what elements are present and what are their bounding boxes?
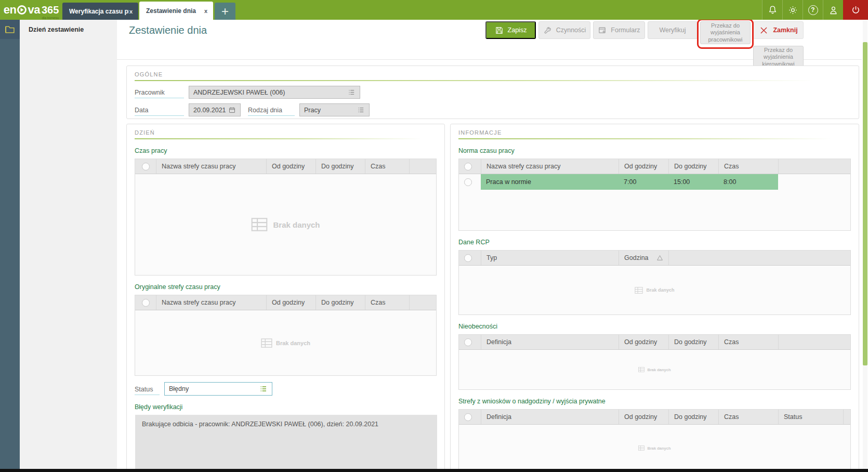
forward-to-manager-label: Przekaz do wyjaśnienia kierownikowi [755,47,801,68]
wrench-icon [543,26,552,35]
logo-text: en [4,3,17,17]
pracownik-value: ANDRZEJEWSKI PAWEŁ (006) [193,89,348,96]
empty-state: Brak danych [135,310,436,375]
forward-to-employee-label: Przekaz do wyjaśnienia pracownikowi [702,22,748,43]
select-all-radio[interactable] [459,251,481,265]
column-header[interactable]: Nazwa strefy czasu pracy [156,159,266,174]
column-header[interactable]: Od godziny [266,159,315,174]
select-all-radio[interactable] [459,335,481,349]
nieobecnosci-label: Nieobecności [458,323,851,330]
tab-label: Zestawienie dnia [146,7,204,15]
dane-rcp-table: Typ Godzina Brak danych [458,250,851,315]
notifications-button[interactable] [762,0,782,20]
form-button[interactable]: Formularz [593,21,645,39]
tab-zestawienie-dnia[interactable]: Zestawienie dnia x [139,2,213,20]
column-header-empty [409,295,436,310]
column-header[interactable]: Do godziny [668,335,718,349]
top-bar: en va 365 dla biznesu Weryfikacja czasu … [0,0,868,20]
empty-state: Brak danych [459,425,850,469]
section-rule [458,138,851,139]
table-row-praca-w-normie[interactable]: Praca w normie 7:00 15:00 8:00 [459,174,850,190]
gear-icon [787,5,798,16]
list-icon[interactable] [357,106,365,114]
select-all-radio[interactable] [459,410,481,424]
form-icon [598,26,607,35]
column-header[interactable]: Status [778,410,843,424]
column-header[interactable]: Od godziny [619,159,668,174]
folder-nav-button[interactable] [0,20,20,39]
column-header[interactable]: Definicja [481,335,619,349]
sidebar-item-label: Dzień zestawienie [29,26,84,33]
help-button[interactable]: ? [803,0,823,20]
pracownik-label: Pracownik [135,86,184,98]
verify-label: Weryfikuj [659,27,686,34]
strefy-wnioskow-table: Definicja Od godziny Do godziny Czas Sta… [458,409,851,469]
column-header[interactable]: Typ [481,251,619,265]
close-tab-icon[interactable]: x [204,7,208,15]
column-header[interactable]: Definicja [481,410,619,424]
empty-state: Brak danych [459,350,850,389]
actions-button[interactable]: Czynności [538,21,590,39]
actions-label: Czynności [556,27,586,34]
tab-weryfikacja-czasu[interactable]: Weryfikacja czasu pr... x [62,3,138,20]
tab-bar: Weryfikacja czasu pr... x Zestawienie dn… [62,0,235,20]
empty-state: Brak danych [459,266,850,314]
user-button[interactable] [823,0,843,20]
plus-icon: + [221,5,229,18]
column-header[interactable]: Nazwa strefy czasu pracy [156,295,266,310]
close-tab-icon[interactable]: x [129,7,133,16]
bledy-weryfikacji-message: Brakujące odbicia - pracownik: ANDRZEJEW… [135,415,437,469]
table-grid-icon [635,287,643,294]
select-all-radio[interactable] [459,159,481,174]
logo-text: va [28,3,40,17]
row-radio[interactable] [459,174,481,190]
list-icon[interactable] [348,88,356,96]
column-header[interactable]: Czas [365,159,409,174]
logout-button[interactable] [843,0,868,20]
column-header[interactable]: Od godziny [619,410,668,424]
save-button[interactable]: Zapisz [485,21,536,39]
select-all-radio[interactable] [135,159,156,174]
section-title-ogolne: OGÓLNE [135,70,851,77]
column-header[interactable]: Nazwa strefy czasu pracy [481,159,619,174]
close-button[interactable]: Zamknij [753,21,804,39]
panel-dzien: DZIEŃ Czas pracy Nazwa strefy czasu prac… [126,124,445,469]
status-select[interactable]: Błędny [164,382,272,396]
section-title-informacje: INFORMACJE [458,128,851,136]
sidebar-item-dzien-zestawienie[interactable]: Dzień zestawienie [20,20,117,39]
oryginalne-strefy-label: Oryginalne strefy czasu pracy [135,283,437,291]
calendar-icon[interactable] [228,106,236,114]
main-header: Zestawienie dnia Zapisz Czynności [117,20,862,60]
column-header-sortable[interactable]: Godzina [619,251,668,265]
scrollbar-track[interactable] [863,20,867,469]
column-header[interactable]: Od godziny [266,295,315,310]
rodzaj-dnia-field[interactable]: Pracy [299,103,370,116]
power-icon [850,5,861,16]
column-header[interactable]: Czas [718,410,778,424]
column-header[interactable]: Od godziny [619,335,668,349]
pracownik-field[interactable]: ANDRZEJEWSKI PAWEŁ (006) [189,86,360,99]
verify-button[interactable]: Weryfikuj [648,21,698,39]
cell-empty [778,174,850,190]
column-header[interactable]: Do godziny [315,295,365,310]
data-value: 20.09.2021 [193,107,228,114]
new-tab-button[interactable]: + [215,3,235,20]
column-header-empty [778,335,850,349]
select-all-radio[interactable] [135,295,156,310]
column-header[interactable]: Czas [365,295,409,310]
column-header-empty [843,410,850,424]
column-header[interactable]: Do godziny [315,159,365,174]
norma-czasu-pracy-label: Norma czasu pracy [458,147,851,154]
bell-icon [767,5,778,16]
forward-to-employee-button[interactable]: Przekaz do wyjaśnienia pracownikowi [700,21,751,44]
settings-button[interactable] [782,0,803,20]
data-field[interactable]: 20.09.2021 [189,103,241,116]
list-icon[interactable] [259,385,268,393]
column-header[interactable]: Do godziny [668,159,718,174]
column-header[interactable]: Do godziny [668,410,718,424]
scrollbar-thumb[interactable] [863,42,867,365]
czas-pracy-label: Czas pracy [135,147,437,154]
column-header[interactable]: Czas [718,159,778,174]
cell-nazwa: Praca w normie [481,174,619,190]
column-header[interactable]: Czas [718,335,778,349]
